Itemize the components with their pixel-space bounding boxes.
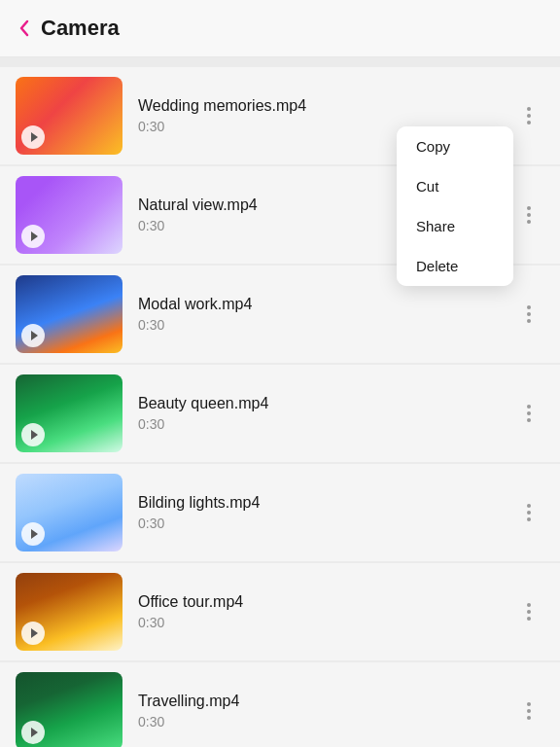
video-info: Modal work.mp4 0:30 [122, 296, 513, 333]
play-icon [21, 125, 45, 149]
play-icon [21, 522, 45, 546]
back-button[interactable] [19, 19, 29, 37]
three-dots-icon [527, 504, 531, 521]
menu-item-cut[interactable]: Cut [397, 166, 513, 206]
video-duration: 0:30 [138, 516, 513, 531]
video-info: Travelling.mp4 0:30 [122, 693, 513, 729]
more-options-button[interactable] [513, 497, 544, 528]
play-icon [21, 324, 45, 347]
more-options-button[interactable] [513, 199, 544, 231]
menu-item-copy[interactable]: Copy [397, 126, 513, 166]
list-item[interactable]: Bilding lights.mp4 0:30 [0, 464, 560, 561]
video-name: Bilding lights.mp4 [138, 494, 513, 512]
play-icon [21, 225, 45, 248]
video-thumbnail [16, 474, 122, 551]
video-name: Beauty queen.mp4 [138, 395, 513, 412]
video-name: Modal work.mp4 [138, 296, 513, 313]
play-icon [21, 423, 45, 446]
app-header: Camera [0, 0, 560, 57]
play-icon [21, 622, 45, 645]
video-thumbnail [16, 275, 122, 353]
video-thumbnail [16, 672, 122, 747]
more-options-button[interactable] [513, 100, 544, 131]
play-icon [21, 721, 45, 744]
more-options-button[interactable] [513, 695, 544, 727]
video-name: Office tour.mp4 [138, 593, 513, 611]
video-info: Beauty queen.mp4 0:30 [122, 395, 513, 432]
video-thumbnail [16, 573, 122, 651]
video-duration: 0:30 [138, 416, 513, 432]
video-info: Bilding lights.mp4 0:30 [122, 494, 513, 531]
video-thumbnail [16, 77, 122, 155]
three-dots-icon [527, 107, 531, 124]
list-item[interactable]: Office tour.mp4 0:30 [0, 563, 560, 660]
menu-item-delete[interactable]: Delete [397, 246, 513, 286]
video-duration: 0:30 [138, 317, 513, 333]
video-thumbnail [16, 374, 122, 452]
video-duration: 0:30 [138, 615, 513, 630]
page-title: Camera [41, 16, 120, 41]
three-dots-icon [527, 405, 531, 422]
video-name: Travelling.mp4 [138, 693, 513, 710]
list-item[interactable]: Beauty queen.mp4 0:30 [0, 365, 560, 462]
three-dots-icon [527, 702, 531, 720]
menu-item-share[interactable]: Share [397, 206, 513, 246]
video-thumbnail [16, 176, 122, 254]
three-dots-icon [527, 206, 531, 224]
video-info: Office tour.mp4 0:30 [122, 593, 513, 630]
three-dots-icon [527, 305, 531, 323]
more-options-button[interactable] [513, 596, 544, 627]
more-options-button[interactable] [513, 299, 544, 330]
context-menu: CopyCutShareDelete [397, 126, 513, 286]
list-item[interactable]: Travelling.mp4 0:30 [0, 662, 560, 747]
video-name: Wedding memories.mp4 [138, 97, 513, 115]
more-options-button[interactable] [513, 398, 544, 429]
video-duration: 0:30 [138, 714, 513, 729]
three-dots-icon [527, 603, 531, 621]
